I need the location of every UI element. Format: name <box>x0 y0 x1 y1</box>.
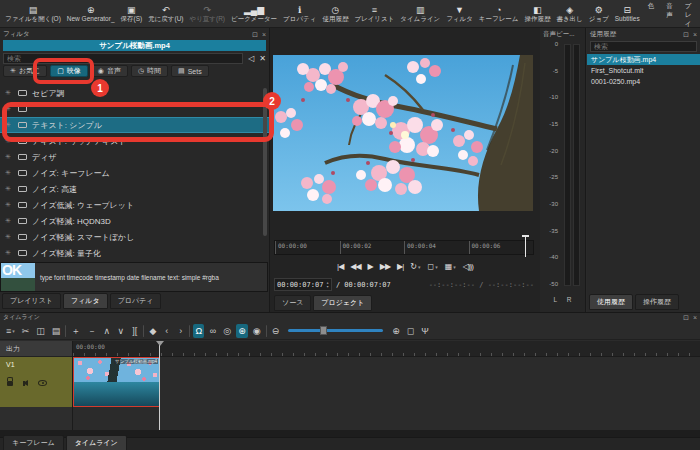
grid-button[interactable]: ▦ <box>445 262 456 271</box>
redo-button[interactable]: ↷ やり直す(R) <box>187 4 228 24</box>
tab-time[interactable]: ◷ 時間 <box>131 65 168 77</box>
rewind-button[interactable]: ◀◀ <box>350 262 360 271</box>
favorite-star-icon[interactable]: ✳ <box>5 233 13 241</box>
recent-search-input[interactable] <box>590 41 697 52</box>
recent-button[interactable]: ◷ 使用履歴 <box>319 4 351 24</box>
bottom-dock-tab[interactable]: キーフレーム <box>3 435 64 450</box>
close-panel-icon[interactable]: × <box>693 314 697 321</box>
open-file-button[interactable]: ▤ ファイルを開く(O) <box>2 4 64 24</box>
timeline-zoom-slider[interactable] <box>288 329 383 332</box>
float-panel-icon[interactable]: ⊡ <box>252 31 258 38</box>
ripple-delete-button[interactable]: － <box>85 324 98 338</box>
filter-list-item[interactable]: ✳ ノイズ軽減: スマートぼかし <box>0 229 269 245</box>
right-dock-tab[interactable]: 操作履歴 <box>635 294 679 310</box>
favorite-star-icon[interactable]: ✳ <box>5 169 13 177</box>
player-tab[interactable]: プロジェクト <box>313 295 372 311</box>
recent-file-item[interactable]: 0001-0250.mp4 <box>587 76 700 87</box>
new-generator-button[interactable]: ⊕ New Generator_ <box>64 4 118 24</box>
video-preview[interactable] <box>273 55 533 211</box>
marker-button[interactable]: ◆ <box>147 324 158 338</box>
favorite-star-icon[interactable]: ✳ <box>5 217 13 225</box>
record-audio-button[interactable]: Ψ <box>419 324 431 338</box>
filters-button[interactable]: ▼ フィルタ <box>443 4 476 24</box>
close-panel-icon[interactable]: × <box>262 31 266 38</box>
subtitles-button[interactable]: ⊟ Subtitles <box>612 4 643 24</box>
fast-forward-button[interactable]: ▶▶ <box>380 262 390 271</box>
timeline-menu-button[interactable]: ≡ <box>4 324 17 338</box>
ripple-markers-toggle[interactable]: ◉ <box>251 324 263 338</box>
clear-search-icon[interactable]: ✕ <box>259 54 266 63</box>
snap-toggle[interactable]: Ω <box>193 324 204 338</box>
timeline-tool-button[interactable] <box>189 325 190 337</box>
left-dock-tab[interactable]: フィルタ <box>63 293 108 309</box>
filter-list-item[interactable]: ✳ ノイズ軽減: 量子化 <box>0 245 269 261</box>
spinner-arrows[interactable]: ▴ ▾ <box>326 281 329 289</box>
bottom-dock-tab[interactable]: タイムライン <box>66 435 127 450</box>
player-playhead[interactable] <box>525 237 526 257</box>
favorite-star-icon[interactable]: ✳ <box>5 89 13 97</box>
player-tab[interactable]: ソース <box>274 295 311 311</box>
timeline-playhead[interactable] <box>159 341 160 430</box>
right-dock-tab[interactable]: 使用履歴 <box>589 294 633 310</box>
timeline-tool-button[interactable] <box>65 325 66 337</box>
filter-list-item[interactable]: ✳ ノイズ低減: ウェーブレット <box>0 197 269 213</box>
output-track-header[interactable]: 出力 <box>0 341 72 357</box>
timeline-clip[interactable]: サンプル桜動画.mp4 <box>73 357 160 407</box>
v1-track-header[interactable]: V1 <box>0 357 72 407</box>
skip-to-start-button[interactable]: |◀ <box>337 262 343 271</box>
lock-track-icon[interactable] <box>7 381 13 386</box>
zoom-fit-button[interactable]: ◻ <box>428 262 438 271</box>
hide-track-icon[interactable] <box>38 380 47 386</box>
favorite-star-icon[interactable]: ✳ <box>5 153 13 161</box>
filter-list-item[interactable]: ✳ ディザ <box>0 149 269 165</box>
history-button[interactable]: ◧ 操作履歴 <box>521 4 553 24</box>
timeline-tool-button[interactable] <box>266 325 267 337</box>
play-button[interactable]: ▶ <box>368 262 373 271</box>
zoom-slider-handle[interactable] <box>320 326 327 335</box>
spin-down-icon[interactable]: ▾ <box>326 285 329 289</box>
tab-audio[interactable]: ◉ 音声 <box>91 65 128 77</box>
left-dock-tab[interactable]: プロパティ <box>110 293 162 309</box>
cut-button[interactable]: ✂ <box>20 324 32 338</box>
volume-button[interactable]: ◁))) <box>463 262 473 271</box>
favorite-star-icon[interactable]: ✳ <box>5 201 13 209</box>
zoom-out-button[interactable]: ⊖ <box>270 324 282 338</box>
timeline-ruler[interactable]: 00:00:00 <box>73 341 700 357</box>
favorite-star-icon[interactable]: ✳ <box>5 185 13 193</box>
append-button[interactable]: ＋ <box>69 324 82 338</box>
float-panel-icon[interactable]: ⊡ <box>683 31 689 38</box>
left-dock-tab[interactable]: プレイリスト <box>2 293 61 309</box>
prev-marker-button[interactable]: ‹ <box>161 324 172 338</box>
copy-button[interactable]: ◫ <box>34 324 47 338</box>
next-marker-button[interactable]: › <box>175 324 186 338</box>
ripple-toggle[interactable]: ◎ <box>221 324 233 338</box>
export-button[interactable]: ◈ 書き出し <box>553 4 585 24</box>
timeline-tool-button[interactable] <box>143 325 144 337</box>
ripple-all-tracks-toggle[interactable]: ⊛ <box>236 324 248 338</box>
current-time-spinbox[interactable]: 00:00:07:07 ▴ ▾ <box>274 278 332 291</box>
save-button[interactable]: ▣ 保存(S) <box>118 4 146 24</box>
close-panel-icon[interactable]: × <box>693 31 697 38</box>
mute-track-icon[interactable] <box>23 380 28 386</box>
zoom-in-button[interactable]: ⊕ <box>390 324 402 338</box>
favorite-star-icon[interactable]: ✳ <box>5 249 13 257</box>
filter-list-item[interactable]: ✳ ノイズ: キーフレーム <box>0 165 269 181</box>
properties-button[interactable]: ℹ プロパティ <box>280 4 319 24</box>
lift-button[interactable]: ∧ <box>101 324 112 338</box>
tab-sets[interactable]: ▤ Sets <box>171 65 209 77</box>
recent-file-item[interactable]: First_Shotcut.mlt <box>587 65 700 76</box>
timeline-button[interactable]: ▥ タイムライン <box>397 4 443 24</box>
filter-list-item[interactable]: ✳ セピア調 <box>0 85 269 101</box>
filter-list-item[interactable]: ✳ ノイズ軽減: HQDN3D <box>0 213 269 229</box>
timeline-fit-button[interactable]: ◻ <box>405 324 416 338</box>
split-button[interactable]: ][ <box>129 324 140 338</box>
player-time-ruler[interactable]: 00:00:00 00:00:02 00:00:04 00:00:06 <box>274 240 534 255</box>
float-panel-icon[interactable]: ⊡ <box>683 314 689 321</box>
scrub-while-dragging-toggle[interactable]: ∞ <box>207 324 218 338</box>
playlist-button[interactable]: ≡ プレイリスト <box>351 4 397 24</box>
backspace-icon[interactable]: ◁ <box>248 54 254 63</box>
undo-button[interactable]: ↶ 元に戻す(U) <box>145 4 186 24</box>
overwrite-button[interactable]: ∨ <box>115 324 126 338</box>
paste-button[interactable]: ▤ <box>50 324 63 338</box>
peak-meter-button[interactable]: ▂▄▆ ピークメーター <box>228 4 280 24</box>
